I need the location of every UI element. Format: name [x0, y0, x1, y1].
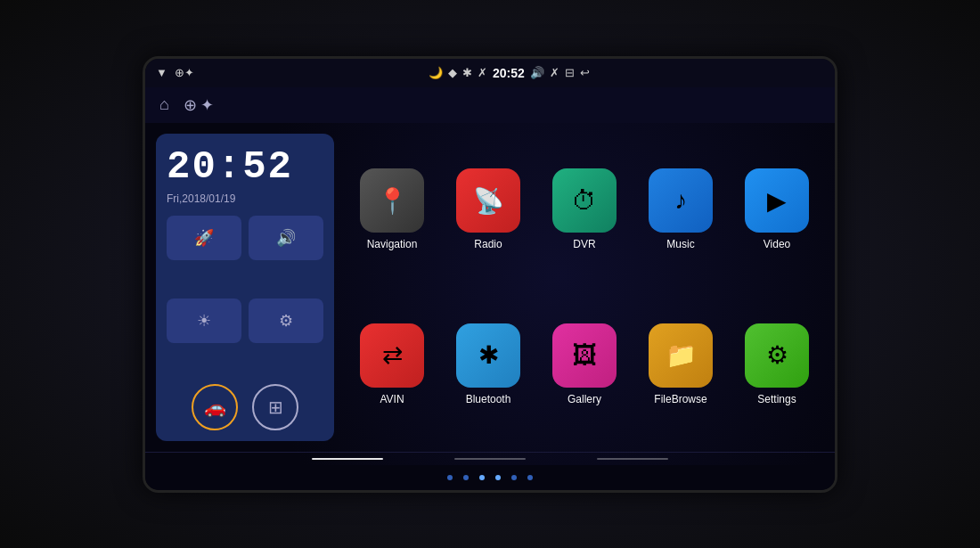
volume-button[interactable]: 🔊	[249, 216, 323, 260]
avin-label: AVIN	[380, 393, 404, 405]
navigation-icon: 📍	[360, 168, 424, 233]
dropdown-icon: ▼	[156, 66, 167, 80]
volume-icon: 🔊	[530, 66, 544, 80]
home-icon[interactable]: ⌂	[159, 95, 169, 114]
app-radio[interactable]: 📡Radio	[445, 137, 532, 283]
gallery-icon: 🖼	[552, 323, 617, 388]
radio-icon: 📡	[456, 168, 520, 233]
window-icon: ⊟	[565, 66, 575, 80]
bluetooth-icon: ✱	[456, 323, 520, 388]
app-navigation[interactable]: 📍Navigation	[348, 137, 436, 283]
car-frame: ▼ ⊕✦ 🌙 ◆ ✱ ✗ 20:52 🔊 ✗ ⊟ ↩ ⌂ ⊕ ✦	[0, 0, 980, 548]
avin-icon: ⇄	[360, 323, 424, 388]
page-line-1	[312, 458, 383, 460]
screen-bezel: ▼ ⊕✦ 🌙 ◆ ✱ ✗ 20:52 🔊 ✗ ⊟ ↩ ⌂ ⊕ ✦	[143, 56, 837, 493]
app-grid: 📍Navigation📡Radio⏱DVR♪Music▶Video⇄AVIN✱B…	[345, 134, 824, 441]
app-music[interactable]: ♪Music	[637, 137, 724, 283]
app-avin[interactable]: ⇄AVIN	[348, 291, 436, 438]
left-panel: 20:52 Fri,2018/01/19 🚀 🔊 ☀ ⚙ 🚗 ⊞	[156, 134, 334, 441]
status-bar: ▼ ⊕✦ 🌙 ◆ ✱ ✗ 20:52 🔊 ✗ ⊟ ↩	[145, 59, 835, 87]
dot-3	[479, 475, 485, 480]
app-dvr[interactable]: ⏱DVR	[541, 137, 628, 283]
radio-label: Radio	[474, 238, 502, 250]
dot-5	[511, 475, 517, 480]
navigation-label: Navigation	[367, 238, 418, 250]
music-label: Music	[666, 238, 694, 250]
app-video[interactable]: ▶Video	[733, 137, 821, 283]
app-filebrowse[interactable]: 📁FileBrowse	[637, 291, 724, 438]
apps-button[interactable]: ⊞	[252, 384, 298, 430]
bluetooth-status-icon: ✱	[462, 66, 472, 80]
location-icon: ◆	[448, 66, 457, 80]
filebrowse-label: FileBrowse	[654, 393, 706, 405]
apps-icon[interactable]: ⊕ ✦	[184, 95, 215, 115]
dvr-label: DVR	[573, 238, 595, 250]
app-bluetooth[interactable]: ✱Bluetooth	[445, 291, 532, 438]
page-line-3	[597, 458, 668, 460]
equalizer-button[interactable]: ⚙	[249, 299, 323, 343]
nav-bar: ⌂ ⊕ ✦	[145, 87, 835, 123]
video-label: Video	[764, 238, 790, 250]
bottom-controls: 🚗 ⊞	[167, 384, 323, 430]
menu-dot-icon: ⊕✦	[175, 66, 194, 80]
quick-controls: 🚀 🔊 ☀ ⚙	[167, 216, 323, 375]
main-screen: ⌂ ⊕ ✦ 20:52 Fri,2018/01/19 🚀 🔊 ☀ ⚙	[145, 87, 835, 465]
indicator-bar	[145, 465, 835, 490]
dot-4	[495, 475, 501, 480]
date-display: Fri,2018/01/19	[167, 192, 323, 205]
signal-icon: ✗	[478, 66, 487, 80]
settings-label: Settings	[757, 393, 796, 405]
filebrowse-icon: 📁	[649, 323, 713, 388]
app-gallery[interactable]: 🖼Gallery	[541, 291, 628, 438]
bluetooth-label: Bluetooth	[466, 393, 511, 405]
clock-display: 20:52	[167, 144, 323, 189]
close-icon: ✗	[550, 66, 559, 80]
status-center: 🌙 ◆ ✱ ✗ 20:52 🔊 ✗ ⊟ ↩	[429, 66, 590, 80]
status-left: ▼ ⊕✦	[156, 66, 194, 80]
dot-1	[447, 475, 453, 480]
content-area: 20:52 Fri,2018/01/19 🚀 🔊 ☀ ⚙ 🚗 ⊞	[145, 123, 835, 452]
gallery-label: Gallery	[568, 393, 601, 405]
settings-icon: ⚙	[745, 323, 809, 388]
app-settings[interactable]: ⚙Settings	[733, 291, 821, 438]
brightness-button[interactable]: ☀	[167, 299, 241, 343]
moon-icon: 🌙	[429, 66, 443, 80]
car-button[interactable]: 🚗	[192, 384, 238, 430]
status-time: 20:52	[493, 66, 525, 80]
dvr-icon: ⏱	[552, 168, 617, 233]
dot-2	[463, 475, 469, 480]
video-icon: ▶	[745, 168, 809, 233]
back-icon[interactable]: ↩	[580, 66, 590, 80]
dot-6	[527, 475, 533, 480]
rocket-button[interactable]: 🚀	[167, 216, 241, 260]
page-indicators	[145, 452, 835, 465]
music-icon: ♪	[649, 168, 713, 233]
page-line-2	[454, 458, 526, 460]
